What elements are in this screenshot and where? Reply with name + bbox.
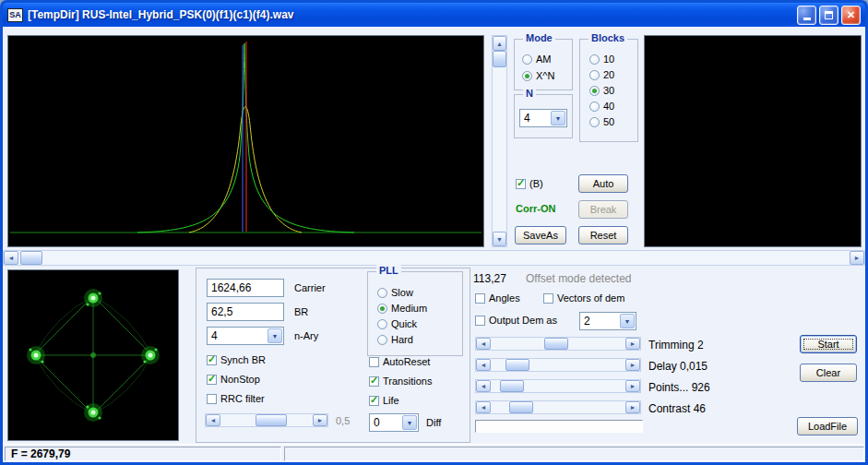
checkbox-indicator — [516, 179, 526, 189]
radio-blocks-30[interactable]: 30 — [589, 84, 614, 97]
radio-label: 40 — [603, 101, 614, 112]
diff-label: Diff — [426, 417, 441, 428]
radio-label: 30 — [603, 85, 614, 96]
scroll-right-button[interactable]: ► — [625, 401, 640, 413]
scroll-left-button[interactable]: ◄ — [476, 338, 491, 350]
client-area: ▲ ▼ Mode AM X^N Blocks 10 — [3, 27, 865, 462]
scroll-left-button[interactable]: ◄ — [206, 414, 220, 426]
status-bar: F = 2679,79 — [3, 444, 865, 462]
checkbox-indicator — [369, 396, 379, 406]
checkbox-synch-br[interactable]: Synch BR — [207, 353, 266, 366]
scroll-left-button[interactable]: ◄ — [476, 380, 491, 392]
nary-label: n-Ary — [294, 330, 318, 341]
radio-mode-am[interactable]: AM — [522, 53, 552, 66]
loadfile-button[interactable]: LoadFile — [797, 417, 858, 435]
scroll-down-button[interactable]: ▼ — [493, 232, 506, 246]
checkbox-label: Transitions — [383, 376, 432, 387]
constellation-panel[interactable] — [7, 269, 179, 441]
scroll-left-button[interactable]: ◄ — [4, 251, 18, 265]
scroll-right-button[interactable]: ► — [625, 359, 640, 371]
arrow-left-icon: ◄ — [481, 362, 487, 368]
saveas-button[interactable]: SaveAs — [515, 226, 566, 244]
scroll-up-button[interactable]: ▲ — [493, 36, 506, 51]
radio-blocks-40[interactable]: 40 — [589, 100, 614, 113]
pll-group: PLL Slow Medium Quick Hard — [367, 271, 463, 356]
radio-pll-medium[interactable]: Medium — [377, 302, 427, 315]
minimize-button[interactable] — [797, 6, 816, 25]
app-icon[interactable]: SA — [7, 8, 23, 22]
radio-blocks-10[interactable]: 10 — [589, 53, 614, 66]
corr-status-label: Corr-ON — [516, 203, 555, 214]
br-input[interactable]: 62,5 — [207, 303, 284, 321]
vertical-scrollbar-thumb[interactable] — [493, 51, 506, 67]
scroll-right-button[interactable]: ► — [850, 251, 864, 265]
slider-track[interactable] — [491, 380, 625, 392]
dropdown-arrow-icon[interactable]: ▼ — [551, 111, 565, 125]
spectrum-panel[interactable] — [7, 35, 484, 247]
slider-thumb[interactable] — [500, 380, 524, 392]
nary-select[interactable]: 4 ▼ — [207, 327, 284, 345]
dropdown-arrow-icon[interactable]: ▼ — [268, 328, 282, 343]
radio-pll-hard[interactable]: Hard — [377, 333, 413, 346]
auto-button[interactable]: Auto — [578, 174, 628, 193]
checkbox-output-dem-as[interactable]: Output Dem as — [475, 314, 557, 327]
checkbox-life[interactable]: Life — [369, 394, 399, 407]
points-slider: ◄ ► — [475, 379, 641, 393]
radio-pll-slow[interactable]: Slow — [377, 286, 413, 299]
slider-track[interactable] — [491, 401, 625, 413]
slider-track[interactable] — [491, 338, 625, 350]
carrier-input[interactable]: 1624,66 — [207, 279, 284, 297]
maximize-icon — [825, 11, 833, 19]
n-select[interactable]: 4 ▼ — [519, 109, 567, 127]
slider-thumb[interactable] — [505, 359, 529, 371]
checkbox-b[interactable]: (B) — [516, 177, 543, 190]
slider-thumb[interactable] — [544, 338, 568, 350]
dropdown-arrow-icon[interactable]: ▼ — [620, 314, 635, 328]
checkbox-vectors-of-dem[interactable]: Vectors of dem — [543, 292, 624, 304]
slider-track[interactable] — [220, 414, 313, 426]
checkbox-rrc-filter[interactable]: RRC filter — [207, 392, 265, 405]
scroll-right-button[interactable]: ► — [313, 414, 327, 426]
output-dem-select[interactable]: 2 ▼ — [579, 312, 636, 330]
arrow-right-icon: ► — [630, 340, 636, 347]
delay-slider: ◄ ► — [475, 358, 641, 372]
break-button[interactable]: Break — [578, 200, 628, 219]
arrow-left-icon: ◄ — [8, 255, 15, 261]
dropdown-arrow-icon[interactable]: ▼ — [402, 415, 417, 430]
vertical-scrollbar-track[interactable] — [493, 51, 506, 232]
radio-indicator — [377, 304, 387, 314]
checkbox-indicator — [369, 357, 379, 367]
diff-select[interactable]: 0 ▼ — [369, 413, 419, 432]
radio-mode-xn[interactable]: X^N — [522, 69, 554, 82]
scroll-left-button[interactable]: ◄ — [476, 359, 491, 371]
spectrum-vertical-scrollbar: ▲ ▼ — [492, 35, 507, 247]
slider-track[interactable] — [491, 359, 625, 371]
slider-thumb[interactable] — [256, 414, 287, 426]
secondary-display-panel[interactable] — [644, 35, 862, 247]
maximize-button[interactable] — [819, 6, 838, 25]
checkbox-nonstop[interactable]: NonStop — [207, 373, 260, 386]
radio-blocks-50[interactable]: 50 — [589, 115, 614, 128]
horizontal-scrollbar-track[interactable] — [18, 251, 850, 265]
checkbox-angles[interactable]: Angles — [475, 292, 520, 304]
scroll-right-button[interactable]: ► — [625, 380, 640, 392]
scroll-left-button[interactable]: ◄ — [476, 401, 491, 413]
checkbox-transitions[interactable]: Transitions — [369, 375, 432, 388]
checkbox-label: RRC filter — [220, 393, 265, 404]
radio-blocks-20[interactable]: 20 — [589, 68, 614, 81]
clear-button[interactable]: Clear — [800, 364, 857, 382]
horizontal-scrollbar-thumb[interactable] — [20, 251, 42, 265]
scroll-right-button[interactable]: ► — [625, 338, 640, 350]
slider-thumb[interactable] — [509, 401, 533, 413]
carrier-label: Carrier — [294, 282, 326, 293]
mode-group-label: Mode — [523, 32, 555, 43]
reset-button[interactable]: Reset — [578, 226, 628, 244]
checkbox-indicator — [475, 316, 485, 326]
spectrum-plot — [8, 36, 483, 246]
radio-pll-quick[interactable]: Quick — [377, 317, 417, 330]
checkbox-indicator — [207, 375, 217, 385]
checkbox-autoreset[interactable]: AutoReset — [369, 355, 430, 368]
constellation-plot — [8, 270, 178, 440]
start-button[interactable]: Start — [800, 335, 857, 353]
close-button[interactable]: ✕ — [841, 6, 861, 25]
